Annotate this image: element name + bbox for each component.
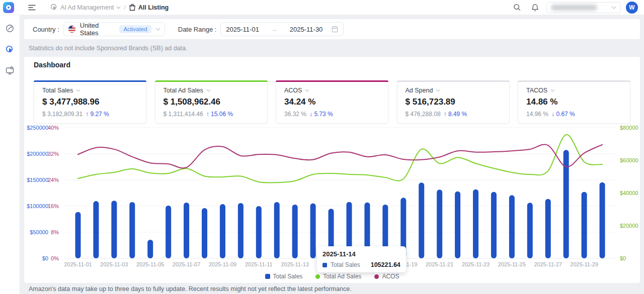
metric-card-ad-spend: Ad Spend $ 516,723.89 $ 476,288.08 ↑ 8.4…	[397, 80, 510, 124]
breadcrumb-app-label: AI Ad Management	[60, 4, 114, 11]
tooltip-series-label: Total Sales	[331, 261, 360, 268]
svg-text:2025-11-11: 2025-11-11	[245, 261, 273, 267]
svg-text:$50000: $50000	[30, 229, 48, 235]
metric-comparison: $ 1,311,414.46 ↑ 15.06 %	[164, 111, 259, 118]
legend-marker-square	[265, 274, 270, 279]
legend-marker-circle	[315, 274, 320, 279]
svg-text:2025-11-13: 2025-11-13	[281, 261, 308, 267]
top-nav: AI Ad Management / All Listing	[0, 0, 644, 15]
metric-change: ↑ 8.49 %	[444, 111, 467, 118]
tooltip-date: 2025-11-14	[323, 250, 400, 258]
sidebar-item-performance[interactable]	[3, 21, 17, 35]
chevron-down-icon	[305, 89, 309, 92]
chevron-down-icon	[76, 89, 80, 92]
shopping-bag-icon	[129, 4, 136, 11]
account-selector[interactable]	[546, 2, 621, 13]
breadcrumb-separator: /	[124, 4, 125, 11]
legend-item-acos[interactable]: ACOS	[374, 273, 399, 280]
chevron-down-icon	[206, 89, 211, 92]
performance-gauge-icon	[6, 24, 14, 33]
svg-text:$150000: $150000	[27, 177, 48, 183]
app-root: AI Ad Management / All Listing	[0, 0, 644, 294]
ad-management-icon	[50, 4, 58, 11]
metric-value: $ 1,508,962.46	[164, 97, 259, 107]
metric-comparison: $ 476,288.08 ↑ 8.49 %	[406, 111, 501, 118]
chevron-down-icon	[611, 6, 616, 9]
svg-text:2025-11-21: 2025-11-21	[426, 261, 453, 267]
metric-change: ↓ 5.73 %	[309, 111, 333, 118]
logo-ring	[6, 5, 11, 10]
dashboard-panel: Dashboard Total Sales $ 3,477,988.96 $ 3…	[24, 57, 640, 283]
sb-data-note: Statistics do not include Sponsored Bran…	[29, 45, 187, 52]
legend-label: Total Ad Sales	[323, 273, 361, 280]
chevron-down-icon	[436, 89, 440, 92]
metric-prev-value: 14.96 %	[526, 111, 548, 118]
svg-text:$40000: $40000	[620, 190, 638, 196]
metric-selector[interactable]: Total Sales	[42, 87, 138, 94]
sidebar-toggle-button[interactable]	[25, 1, 38, 14]
us-flag-icon	[68, 25, 76, 33]
breadcrumb-app-selector[interactable]: AI Ad Management	[50, 4, 121, 11]
metric-selector[interactable]: Total Ad Sales	[164, 87, 259, 94]
metric-label: Ad Spend	[406, 87, 433, 94]
metric-cards-row: Total Sales $ 3,477,988.96 $ 3,182,809.3…	[34, 80, 630, 124]
metric-prev-value: $ 476,288.08	[406, 111, 441, 118]
chevron-down-icon	[155, 28, 160, 31]
metric-selector[interactable]: ACOS	[284, 87, 380, 94]
metric-label: TACOS	[526, 87, 547, 94]
app-logo-icon[interactable]	[3, 2, 14, 13]
breadcrumb-page-link[interactable]: All Listing	[129, 4, 169, 11]
svg-text:2025-11-01: 2025-11-01	[64, 261, 92, 267]
data-delay-note: Amazon's data may take up to three days …	[29, 285, 352, 292]
svg-text:2025-11-25: 2025-11-25	[498, 261, 526, 267]
svg-text:2025-11-09: 2025-11-09	[209, 261, 236, 267]
tooltip-series-marker	[323, 263, 327, 267]
bell-icon	[531, 4, 539, 12]
country-status-badge: Activated	[119, 25, 151, 33]
metric-comparison: 36.32 % ↓ 5.73 %	[284, 111, 380, 118]
metric-selector[interactable]: TACOS	[526, 87, 622, 94]
chart-tooltip: 2025-11-14 Total Sales 105221.64	[317, 246, 406, 272]
metric-selector[interactable]: Ad Spend	[406, 87, 501, 94]
svg-text:2025-11-07: 2025-11-07	[173, 261, 200, 267]
metric-label: ACOS	[284, 87, 302, 94]
svg-text:$0: $0	[620, 255, 626, 261]
chevron-down-icon	[116, 6, 121, 9]
svg-text:$200000: $200000	[27, 151, 48, 157]
date-arrow: →	[263, 26, 286, 33]
sidebar-item-ad-management[interactable]	[3, 42, 17, 56]
account-name-redacted	[551, 5, 597, 11]
date-start-value[interactable]: 2025-11-01	[226, 26, 259, 33]
svg-text:$80000: $80000	[620, 125, 638, 131]
search-icon	[513, 4, 521, 11]
date-range-label: Date Range :	[178, 26, 217, 33]
search-button[interactable]	[510, 1, 523, 14]
metric-card-total-sales: Total Sales $ 3,477,988.96 $ 3,182,809.3…	[34, 80, 146, 124]
metric-value: $ 516,723.89	[406, 97, 501, 107]
svg-text:$20000: $20000	[620, 223, 638, 229]
legend-item-total-sales[interactable]: Total Sales	[265, 273, 303, 280]
svg-text:2025-11-27: 2025-11-27	[534, 261, 562, 267]
svg-text:$100000: $100000	[27, 203, 48, 209]
legend-label: Total Sales	[273, 273, 303, 280]
page-title: Dashboard	[34, 61, 70, 69]
chart-legend: Total Sales Total Ad Sales ACOS	[24, 273, 640, 280]
sidebar-item-listing-monitor[interactable]	[3, 63, 17, 77]
svg-text:2025-11-03: 2025-11-03	[100, 261, 128, 267]
nav-right-group: W	[510, 1, 644, 14]
metric-card-acos: ACOS 34.24 % 36.32 % ↓ 5.73 %	[276, 80, 388, 124]
country-select[interactable]: United States Activated	[63, 22, 165, 36]
listing-monitor-icon	[6, 66, 14, 75]
svg-text:0%: 0%	[51, 255, 59, 261]
metric-comparison: $ 3,182,809.31 ↑ 9.27 %	[42, 111, 138, 118]
svg-text:8%: 8%	[51, 229, 59, 235]
notifications-button[interactable]	[528, 1, 541, 14]
date-range-picker[interactable]: 2025-11-01 → 2025-11-30	[220, 22, 344, 36]
breadcrumb-page-label: All Listing	[138, 4, 169, 11]
metric-value: 14.86 %	[526, 97, 622, 107]
date-end-value[interactable]: 2025-11-30	[290, 26, 323, 33]
legend-item-total-ad-sales[interactable]: Total Ad Sales	[315, 273, 361, 280]
svg-text:$0: $0	[42, 255, 48, 261]
user-avatar[interactable]: W	[626, 2, 638, 14]
metric-prev-value: $ 1,311,414.46	[164, 111, 203, 118]
